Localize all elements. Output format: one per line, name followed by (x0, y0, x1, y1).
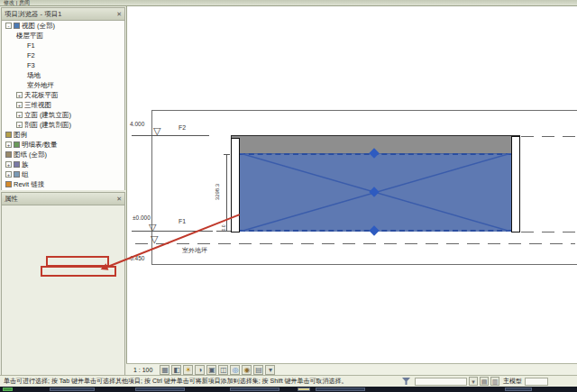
project-browser-panel: 项目浏览器 - 项目1 ✕ -视图 (全部)楼层平面F1F2F3场地室外地坪+天… (1, 7, 125, 190)
windows-taskbar (0, 387, 577, 392)
level-head-icon[interactable]: ▽ (151, 234, 158, 243)
tree-item-schedules[interactable]: +明细表/数量 (2, 140, 124, 150)
editable-only-toggle[interactable]: ▾ (469, 377, 478, 386)
detail-level-icon[interactable]: ▦ (160, 365, 169, 375)
select-links-toggle[interactable]: ▤ (480, 377, 489, 386)
tree-item-sheets-all[interactable]: 图纸 (全部) (2, 150, 124, 160)
sun-path-icon[interactable]: ☀ (183, 365, 193, 375)
properties-panel: 属性 ✕ 房间 (1) ▾ 编辑类型 限制条件⌃标高F1上限F1高度偏移3298… (1, 192, 125, 377)
view-control-icons: ▦◧☀◑▣◫◎◉▤▾ (160, 365, 277, 375)
dimension-offset-value[interactable]: 0.0 (221, 225, 226, 232)
tree-item-floor-plan-site[interactable]: 场地 (2, 70, 124, 80)
ribbon-tab-strip[interactable]: 修改 | 房间 (0, 0, 577, 6)
project-browser-title: 项目浏览器 - 项目1 (5, 8, 61, 20)
expand-icon[interactable]: + (16, 122, 23, 128)
expand-icon[interactable]: + (5, 161, 12, 168)
expand-icon[interactable]: + (5, 171, 12, 178)
properties-header[interactable]: 属性 ✕ (2, 193, 124, 205)
taskbar-item[interactable] (50, 387, 95, 391)
tree-item-label: 室外地坪 (27, 80, 54, 90)
tree-item-label: 场地 (27, 70, 41, 80)
tree-item-revit-links[interactable]: Revit 链接 (2, 179, 124, 189)
properties-title: 属性 (5, 193, 18, 205)
tree-item-floor-plan-f1[interactable]: F1 (2, 41, 124, 50)
analytical-model-icon[interactable]: ▤ (253, 365, 263, 375)
tree-item-icon (14, 161, 20, 168)
dimension-value[interactable]: 3298.3 (215, 184, 220, 200)
level-name[interactable]: F2 (179, 124, 186, 131)
level-name[interactable]: 室外地坪 (182, 246, 207, 255)
tree-item-icon (14, 23, 20, 29)
visual-style-icon[interactable]: ◧ (171, 365, 181, 375)
tree-item-label: Revit 链接 (14, 179, 44, 189)
tree-item-floor-plans[interactable]: 楼层平面 (2, 31, 124, 41)
tree-item-legends[interactable]: 图例 (2, 130, 124, 140)
tree-item-icon (5, 181, 12, 187)
tree-item-3d-views[interactable]: +三维视图 (2, 100, 124, 110)
more-icon[interactable]: ▾ (265, 365, 275, 375)
wall-right[interactable] (511, 136, 520, 232)
close-icon[interactable]: ✕ (116, 8, 122, 20)
tree-item-sections[interactable]: +剖面 (建筑剖面) (2, 120, 124, 130)
tree-item-views-all[interactable]: -视图 (全部) (2, 21, 124, 31)
tree-item-icon (14, 141, 20, 148)
taskbar-start[interactable] (3, 387, 13, 391)
level-line[interactable] (521, 232, 575, 232)
tree-item-families[interactable]: +族 (2, 160, 124, 169)
tree-item-ceiling-plans[interactable]: +天花板平面 (2, 90, 124, 100)
taskbar-item[interactable] (505, 387, 532, 391)
tree-item-floor-plan-f3[interactable]: F3 (2, 60, 124, 70)
tree-item-label: 族 (22, 160, 29, 169)
taskbar-item[interactable] (298, 387, 310, 391)
collapse-icon[interactable]: - (5, 23, 12, 29)
tree-item-label: 视图 (全部) (22, 21, 55, 31)
view-control-bar: 1 : 100 ▦◧☀◑▣◫◎◉▤▾ (126, 363, 577, 375)
design-option-value[interactable]: 主模型 (503, 377, 522, 386)
level-head-icon[interactable]: ▽ (153, 126, 160, 135)
tree-item-icon (5, 151, 12, 158)
revit-window: 修改 | 房间 项目浏览器 - 项目1 ✕ -视图 (全部)楼层平面F1F2F3… (0, 0, 577, 392)
ribbon-tab-label: 修改 | 房间 (4, 0, 30, 5)
taskbar-item[interactable] (135, 387, 185, 391)
level-line[interactable] (521, 136, 575, 137)
expand-icon[interactable]: + (16, 92, 23, 98)
tree-item-label: F1 (27, 41, 35, 50)
tree-item-groups[interactable]: +组 (2, 169, 124, 179)
worksets-field[interactable] (415, 378, 467, 386)
design-option-field[interactable] (525, 378, 548, 386)
shadows-icon[interactable]: ◑ (195, 365, 205, 375)
status-bar: 单击可进行选择; 按 Tab 键并单击可选择其他项目; 按 Ctrl 键并单击可… (0, 375, 577, 387)
close-icon[interactable]: ✕ (116, 193, 122, 205)
tree-item-icon (5, 132, 12, 138)
project-browser-tree: -视图 (全部)楼层平面F1F2F3场地室外地坪+天花板平面+三维视图+立面 (… (2, 21, 124, 190)
tree-item-label: F2 (27, 50, 35, 60)
tree-item-icon (14, 171, 20, 178)
expand-icon[interactable]: + (16, 102, 23, 108)
level-name[interactable]: F1 (179, 218, 186, 224)
level-line[interactable] (132, 135, 209, 136)
tree-item-label: 楼层平面 (16, 31, 43, 41)
temporary-hide-isolate-icon[interactable]: ◎ (230, 365, 240, 375)
filter-icon[interactable] (402, 377, 411, 386)
show-crop-region-icon[interactable]: ◫ (218, 365, 228, 375)
level-elevation[interactable]: ±0.000 (133, 214, 151, 221)
tree-item-label: 明细表/数量 (22, 140, 58, 150)
reveal-hidden-elements-icon[interactable]: ◉ (242, 365, 252, 375)
project-browser-header[interactable]: 项目浏览器 - 项目1 ✕ (2, 8, 124, 21)
taskbar-item[interactable] (316, 387, 365, 391)
tree-item-label: F3 (27, 60, 35, 70)
tree-item-label: 图纸 (全部) (14, 150, 47, 160)
select-pinned-toggle[interactable]: ▥ (490, 377, 499, 386)
tree-item-elevations[interactable]: +立面 (建筑立面) (2, 110, 124, 120)
taskbar-item[interactable] (230, 387, 279, 391)
tree-item-floor-plan-outdoor-ground[interactable]: 室外地坪 (2, 80, 124, 90)
level-elevation[interactable]: 4.000 (130, 121, 144, 127)
crop-view-icon[interactable]: ▣ (206, 365, 216, 375)
expand-icon[interactable]: + (5, 141, 12, 148)
tree-item-floor-plan-f2[interactable]: F2 (2, 50, 124, 60)
expand-icon[interactable]: + (16, 112, 23, 118)
view-scale-button[interactable]: 1 : 100 (133, 367, 152, 373)
level-line[interactable] (135, 243, 575, 244)
dimension-tick (224, 154, 230, 155)
tree-item-label: 图例 (14, 130, 27, 140)
